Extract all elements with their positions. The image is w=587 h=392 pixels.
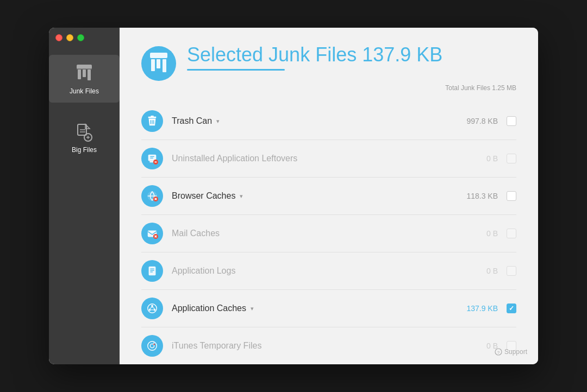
svg-point-45 [148,342,157,351]
app-header-icon [141,46,176,81]
svg-rect-14 [157,59,160,68]
svg-rect-2 [83,69,86,77]
header: Selected Junk Files 137.9 KB [141,44,516,81]
support-icon: ? [495,348,502,356]
trash-can-chevron: ▾ [216,118,220,125]
sidebar: Junk Files Big Files [49,28,120,364]
big-files-icon [73,121,95,143]
itunes-temp-name: iTunes Temporary Files [172,341,446,351]
svg-point-39 [151,305,153,307]
header-underline [187,69,285,71]
list-item-mail-caches: Mail Caches 0 B [141,215,516,252]
svg-rect-3 [88,69,91,80]
svg-rect-12 [150,53,167,58]
application-caches-checkbox[interactable] [507,304,516,313]
svg-text:?: ? [497,350,500,355]
svg-rect-34 [149,267,156,276]
sidebar-item-big-files[interactable]: Big Files [49,113,120,161]
browser-caches-name: Browser Caches ▾ [172,191,446,201]
list-item-browser-caches: Browser Caches ▾ 118.3 KB [141,178,516,215]
list-item-uninstalled: Uninstalled Application Leftovers 0 B [141,140,516,178]
trash-can-icon [141,110,163,132]
main-content: Selected Junk Files 137.9 KB Total Junk … [120,28,538,364]
mail-caches-name: Mail Caches [172,229,446,238]
header-size: 137.9 KB [362,43,442,66]
header-title: Selected Junk Files 137.9 KB [187,44,442,66]
browser-caches-checkbox[interactable] [507,191,516,201]
minimize-button[interactable] [66,34,73,41]
browser-caches-chevron: ▾ [240,193,243,200]
itunes-temp-icon [141,335,163,357]
application-logs-icon [141,260,163,282]
application-caches-name: Application Caches ▾ [172,304,446,313]
svg-point-47 [153,344,155,345]
trash-can-checkbox[interactable] [507,116,516,126]
svg-rect-15 [163,59,166,72]
list-item-itunes-temp: iTunes Temporary Files 0 B [141,327,516,364]
trash-can-size: 997.8 KB [454,117,498,125]
application-caches-size: 137.9 KB [454,304,498,313]
browser-caches-icon [141,185,163,207]
svg-rect-13 [151,59,155,71]
mail-caches-icon [141,223,163,244]
application-logs-checkbox[interactable] [507,266,516,276]
itunes-temp-size: 0 B [454,342,498,350]
sidebar-item-big-files-label: Big Files [72,146,97,154]
application-caches-icon [141,298,163,319]
svg-rect-0 [77,65,92,69]
uninstalled-size: 0 B [454,154,498,163]
items-list: Trash Can ▾ 997.8 KB [141,103,516,364]
support-label[interactable]: ? Support [495,348,527,356]
application-caches-chevron: ▾ [251,305,254,312]
list-item-application-caches: Application Caches ▾ 137.9 KB [141,290,516,327]
main-window: Junk Files Big Files [49,28,538,364]
sidebar-item-junk-files[interactable]: Junk Files [49,55,120,103]
junk-files-icon [73,62,95,84]
total-label: Total Junk Files 1.25 MB [141,84,516,92]
uninstalled-icon [141,148,163,169]
trash-can-name: Trash Can ▾ [172,116,446,126]
maximize-button[interactable] [77,34,84,41]
application-logs-name: Application Logs [172,266,446,276]
svg-line-43 [149,307,152,309]
support-text: Support [504,348,527,356]
svg-line-42 [152,307,155,309]
header-text: Selected Junk Files 137.9 KB [187,44,442,71]
window-controls [55,34,84,41]
browser-caches-size: 118.3 KB [454,192,498,200]
list-item-trash-can: Trash Can ▾ 997.8 KB [141,103,516,140]
uninstalled-checkbox[interactable] [507,154,516,163]
close-button[interactable] [55,34,63,41]
svg-rect-17 [151,116,154,117]
uninstalled-name: Uninstalled Application Leftovers [172,154,446,163]
header-prefix: Selected Junk Files [187,43,357,66]
mail-caches-checkbox[interactable] [507,229,516,238]
sidebar-item-junk-files-label: Junk Files [70,87,99,95]
mail-caches-size: 0 B [454,229,498,238]
svg-rect-1 [78,69,81,79]
list-item-application-logs: Application Logs 0 B [141,252,516,290]
application-logs-size: 0 B [454,267,498,275]
